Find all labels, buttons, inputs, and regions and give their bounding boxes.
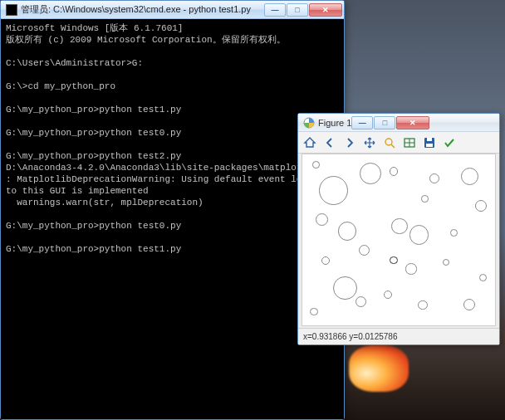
minimize-button[interactable]: — [264, 3, 286, 17]
cmd-title: 管理员: C:\Windows\system32\cmd.exe - pytho… [21, 3, 264, 16]
scatter-circle [409, 225, 429, 244]
pan-icon[interactable] [361, 134, 378, 151]
close-button[interactable]: ✕ [309, 3, 342, 17]
maximize-button[interactable]: □ [374, 116, 395, 129]
scatter-circle [338, 222, 356, 240]
scatter-circle [475, 200, 487, 212]
scatter-circle [355, 296, 366, 307]
scatter-circle [463, 299, 475, 310]
maximize-button[interactable]: □ [287, 3, 308, 17]
scatter-circle [450, 229, 458, 237]
cmd-icon [6, 4, 17, 16]
cmd-titlebar[interactable]: 管理员: C:\Windows\system32\cmd.exe - pytho… [1, 1, 344, 19]
minimize-button[interactable]: — [351, 116, 373, 129]
forward-icon[interactable] [341, 134, 358, 151]
scatter-circle [321, 256, 330, 265]
svg-point-1 [385, 139, 392, 145]
cmd-window: 管理员: C:\Windows\system32\cmd.exe - pytho… [0, 0, 345, 420]
figure-window-buttons: — □ ✕ [351, 116, 429, 129]
scatter-circle [360, 163, 381, 184]
scatter-circle [312, 161, 319, 168]
scatter-circle [316, 213, 328, 226]
scatter-circle [310, 308, 317, 315]
scatter-circle [384, 291, 392, 299]
save-icon[interactable] [421, 134, 438, 151]
close-button[interactable]: ✕ [396, 116, 429, 129]
scatter-circle [418, 300, 427, 310]
scatter-circle [390, 256, 397, 264]
cmd-body[interactable]: Microsoft Windows [版本 6.1.7601] 版权所有 (c)… [1, 19, 344, 419]
cmd-window-buttons: — □ ✕ [264, 3, 342, 17]
scatter-circle [319, 176, 348, 205]
svg-rect-4 [427, 138, 432, 141]
scatter-circle [390, 167, 398, 175]
wallpaper-lava [349, 345, 409, 392]
figure-status: x=0.931866 y=0.0125786 [298, 328, 499, 344]
scatter-circle [405, 263, 416, 274]
svg-rect-5 [426, 144, 433, 147]
figure-canvas[interactable] [302, 154, 496, 326]
scatter-circle [443, 259, 449, 266]
back-icon[interactable] [321, 134, 338, 151]
scatter-circle [359, 245, 370, 256]
scatter-circle [333, 276, 356, 300]
scatter-circle [479, 274, 487, 281]
home-icon[interactable] [302, 134, 318, 151]
matplotlib-icon [303, 117, 315, 129]
figure-toolbar [298, 132, 499, 154]
figure-title: Figure 1 [318, 118, 351, 128]
figure-titlebar[interactable]: Figure 1 — □ ✕ [298, 114, 499, 132]
done-icon[interactable] [441, 134, 458, 151]
figure-window: Figure 1 — □ ✕ x=0.931866 y=0.0125786 [297, 113, 500, 345]
zoom-icon[interactable] [381, 134, 398, 151]
subplots-icon[interactable] [401, 134, 418, 151]
scatter-circle [391, 218, 408, 235]
scatter-circle [421, 195, 428, 202]
scatter-circle [429, 173, 439, 183]
scatter-circle [461, 168, 478, 185]
